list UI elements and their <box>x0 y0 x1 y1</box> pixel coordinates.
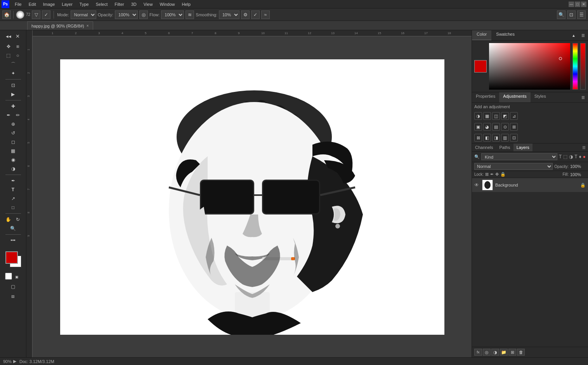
layer-filter-select[interactable]: Kind <box>481 153 557 160</box>
pen-tool[interactable]: ✒ <box>9 176 17 185</box>
filter-text-icon[interactable]: T <box>574 154 577 159</box>
smoothing-select[interactable]: 10% <box>219 10 239 19</box>
menu-file[interactable]: File <box>12 1 25 7</box>
color-preview[interactable] <box>474 60 487 73</box>
opacity-value[interactable]: 100% <box>570 164 586 169</box>
rect-select-tool[interactable]: ⬚ <box>4 51 13 60</box>
eraser-tool[interactable]: ◻ <box>9 138 17 146</box>
color-panel-collapse[interactable]: ▲ <box>569 31 578 40</box>
menu-3d[interactable]: 3D <box>128 1 140 7</box>
filter-toggle[interactable]: ● <box>583 154 586 159</box>
lock-all-icon[interactable]: 🔒 <box>500 172 506 177</box>
layer-name[interactable]: Background <box>495 183 578 187</box>
lasso-tool[interactable]: ⌒ <box>9 60 17 69</box>
flow-icon[interactable]: ≋ <box>186 10 194 19</box>
clone-stamp-tool[interactable]: ⊕ <box>9 120 17 128</box>
workspace-icon[interactable]: ☰ <box>577 10 586 19</box>
adj-selective[interactable]: ▥ <box>501 134 509 142</box>
foreground-color-swatch[interactable] <box>5 251 18 264</box>
move-tool[interactable]: ✥ <box>4 42 13 51</box>
brush-type-button[interactable]: ▽ <box>32 10 40 19</box>
panel-collapse-icon[interactable]: ◂◂ <box>4 32 13 40</box>
adj-threshold[interactable]: ◧ <box>483 134 491 142</box>
path-select-tool[interactable]: ↗ <box>9 194 17 203</box>
fill-value[interactable]: 100% <box>570 172 586 177</box>
arrange-icon[interactable]: ⊡ <box>567 10 576 19</box>
menu-window[interactable]: Window <box>156 1 178 7</box>
airbrush-icon[interactable]: ◎ <box>139 10 148 19</box>
adj-brightness[interactable]: ◑ <box>474 112 482 120</box>
layer-mask-button[interactable]: ◎ <box>483 349 491 356</box>
pressure-icon[interactable]: ≈ <box>261 10 270 19</box>
menu-view[interactable]: View <box>140 1 156 7</box>
filter-adj-icon[interactable]: ◑ <box>569 154 573 159</box>
heal-tool[interactable]: ✚ <box>9 102 17 111</box>
tab-properties[interactable]: Properties <box>472 92 499 102</box>
zoom-tool[interactable]: 🔍 <box>9 224 17 233</box>
adj-gradient-map[interactable]: ◨ <box>492 134 500 142</box>
filter-icon[interactable]: T <box>559 154 562 159</box>
new-layer-button[interactable]: ⊞ <box>508 349 516 356</box>
adj-panel-menu[interactable]: ☰ <box>579 93 587 102</box>
brush-toggle[interactable]: ✓ <box>42 10 50 19</box>
tab-paths[interactable]: Paths <box>496 144 513 151</box>
color-panel-menu[interactable]: ☰ <box>579 31 587 40</box>
layers-panel-menu[interactable]: ☰ <box>580 144 588 151</box>
layer-group-button[interactable]: 📁 <box>500 349 508 356</box>
layer-blend-select[interactable]: Normal <box>474 163 553 170</box>
flow-select[interactable]: 100% <box>161 10 184 19</box>
artboard-tool[interactable]: ⊞ <box>14 42 22 51</box>
edit-in-quickmask-mode[interactable]: ▣ <box>13 273 21 281</box>
hue-slider[interactable] <box>572 43 578 90</box>
image-canvas[interactable] <box>60 59 444 335</box>
status-expand-arrow[interactable]: ▶ <box>13 359 16 364</box>
delete-layer-button[interactable]: 🗑 <box>517 349 525 356</box>
adj-vibrance[interactable]: ⊿ <box>510 112 518 120</box>
history-brush-tool[interactable]: ↺ <box>9 129 17 137</box>
lock-image-icon[interactable]: ✒ <box>490 172 494 177</box>
edit-in-standard-mode[interactable] <box>5 273 12 280</box>
lock-transparent-icon[interactable]: ⊠ <box>485 172 489 177</box>
menu-select[interactable]: Select <box>93 1 111 7</box>
menu-edit[interactable]: Edit <box>26 1 39 7</box>
canvas-area[interactable]: 0 1 2 3 4 5 6 7 8 9 10 11 12 13 14 15 16 <box>26 30 472 357</box>
filter-smart-icon[interactable]: ♦ <box>579 154 581 159</box>
maximize-button[interactable]: □ <box>575 2 580 7</box>
gradient-tool[interactable]: ▦ <box>9 147 17 155</box>
opacity-select[interactable]: 100% <box>115 10 138 19</box>
adj-exposure[interactable]: ◩ <box>501 112 509 120</box>
lock-position-icon[interactable]: ✥ <box>495 172 499 177</box>
adj-posterize[interactable]: ⊠ <box>474 134 482 142</box>
close-button[interactable]: ✕ <box>581 2 586 7</box>
tool-home[interactable]: 🏠 <box>2 10 11 19</box>
layer-row[interactable]: 👁 Background 🔒 <box>472 178 588 192</box>
zoom-level[interactable]: ▤ <box>5 292 21 301</box>
document-tab[interactable]: happy.jpg @ 90% (RGB/8#) × <box>27 21 93 30</box>
color-gradient-picker[interactable] <box>489 43 570 90</box>
adj-hsl[interactable]: ▣ <box>474 123 482 131</box>
tab-adjustments[interactable]: Adjustments <box>499 92 531 102</box>
menu-image[interactable]: Image <box>40 1 58 7</box>
brush-size-preview[interactable] <box>16 10 24 19</box>
blur-tool[interactable]: ◉ <box>9 156 17 164</box>
adj-colorbalance[interactable]: ◕ <box>483 123 491 131</box>
tab-styles[interactable]: Styles <box>531 92 550 102</box>
layer-visibility-icon[interactable]: 👁 <box>474 182 480 188</box>
menu-layer[interactable]: Layer <box>59 1 76 7</box>
pencil-tool[interactable]: ✏ <box>14 111 22 119</box>
magic-wand-tool[interactable]: ✦ <box>9 69 17 78</box>
settings-icon[interactable]: ⚙ <box>241 10 250 19</box>
panel-close-icon[interactable]: ✕ <box>14 32 22 40</box>
adj-mixer[interactable]: ⊞ <box>510 123 518 131</box>
search-icon[interactable]: 🔍 <box>557 10 565 19</box>
layer-adjustment-button[interactable]: ◑ <box>491 349 499 356</box>
brush-tool[interactable]: ✒ <box>4 111 13 119</box>
adj-photofilter[interactable]: ⊙ <box>501 123 509 131</box>
gradient-main[interactable] <box>489 43 570 90</box>
symmetry-icon[interactable]: ✓ <box>251 10 260 19</box>
alpha-slider[interactable] <box>580 43 586 90</box>
layer-fx-button[interactable]: fx <box>474 349 482 356</box>
filter-pixel-icon[interactable]: ⬚ <box>563 154 567 159</box>
blend-mode-select[interactable]: Normal <box>71 10 96 19</box>
adj-levels[interactable]: ▦ <box>483 112 491 120</box>
